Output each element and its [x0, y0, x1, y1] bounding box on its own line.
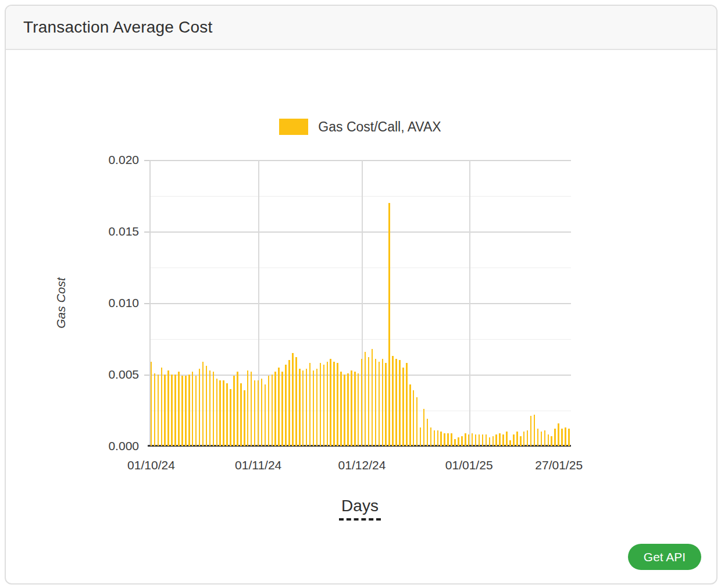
bar[interactable] [247, 370, 249, 446]
bar[interactable] [399, 360, 401, 446]
bar[interactable] [154, 373, 156, 446]
bar[interactable] [544, 430, 546, 446]
bar[interactable] [272, 375, 273, 446]
bar[interactable] [226, 383, 228, 446]
bar[interactable] [278, 368, 280, 446]
bar[interactable] [265, 384, 266, 446]
bar[interactable] [530, 416, 532, 446]
bar[interactable] [554, 429, 556, 446]
bar[interactable] [309, 363, 311, 446]
bar[interactable] [468, 434, 470, 446]
bar[interactable] [354, 372, 356, 446]
bar[interactable] [268, 376, 270, 446]
bar[interactable] [406, 363, 408, 446]
bar[interactable] [372, 349, 373, 446]
bar[interactable] [306, 369, 308, 446]
bar[interactable] [295, 357, 297, 446]
bar[interactable] [292, 353, 294, 446]
bar[interactable] [423, 409, 425, 446]
bar[interactable] [509, 440, 511, 446]
bar[interactable] [233, 376, 235, 446]
bar[interactable] [465, 433, 466, 446]
bar[interactable] [561, 429, 563, 446]
bar[interactable] [548, 434, 549, 446]
bar[interactable] [206, 366, 208, 446]
bar[interactable] [285, 365, 287, 446]
bar[interactable] [258, 380, 259, 446]
bar[interactable] [382, 359, 384, 446]
bar[interactable] [202, 362, 204, 446]
bar[interactable] [375, 359, 377, 446]
bar[interactable] [181, 376, 183, 446]
bar[interactable] [492, 436, 494, 446]
bar[interactable] [454, 439, 456, 446]
bar[interactable] [219, 380, 221, 446]
bar[interactable] [340, 372, 342, 446]
bar[interactable] [413, 390, 415, 446]
bar[interactable] [195, 376, 197, 446]
bar[interactable] [437, 430, 439, 446]
bar[interactable] [167, 370, 169, 446]
bar[interactable] [541, 432, 542, 446]
bar[interactable] [158, 375, 159, 446]
bar[interactable] [274, 372, 276, 446]
bar[interactable] [316, 369, 318, 446]
bar[interactable] [209, 370, 211, 446]
bar[interactable] [237, 372, 238, 446]
bar[interactable] [365, 352, 366, 446]
bar[interactable] [192, 372, 194, 446]
bar[interactable] [495, 434, 497, 446]
bar[interactable] [475, 434, 477, 446]
bar[interactable] [409, 384, 411, 446]
bar[interactable] [178, 372, 180, 446]
bar[interactable] [330, 359, 331, 446]
bar[interactable] [251, 372, 252, 446]
bar[interactable] [523, 432, 525, 446]
bar[interactable] [513, 434, 515, 446]
bar[interactable] [537, 429, 539, 446]
bar[interactable] [337, 363, 338, 446]
bar[interactable] [534, 415, 536, 446]
bar[interactable] [344, 375, 345, 446]
bar[interactable] [451, 433, 452, 446]
bar[interactable] [434, 430, 436, 446]
bar[interactable] [447, 433, 449, 446]
bar[interactable] [440, 432, 442, 446]
bar[interactable] [558, 423, 559, 446]
bar[interactable] [151, 362, 152, 446]
bar[interactable] [472, 433, 473, 446]
bar[interactable] [327, 362, 329, 446]
bar[interactable] [486, 434, 487, 446]
bar[interactable] [185, 376, 187, 446]
bar[interactable] [299, 369, 301, 446]
bar[interactable] [444, 433, 445, 446]
bar[interactable] [240, 383, 242, 446]
bar[interactable] [551, 436, 552, 446]
legend-item-gas-cost[interactable]: Gas Cost/Call, AVAX [279, 119, 441, 135]
bar[interactable] [254, 380, 256, 446]
bar[interactable] [223, 380, 224, 446]
bar[interactable] [261, 379, 263, 446]
bar[interactable] [527, 430, 529, 446]
bar[interactable] [430, 427, 432, 446]
bar[interactable] [230, 389, 231, 446]
bar[interactable] [323, 365, 325, 446]
bar[interactable] [388, 203, 390, 446]
bar[interactable] [213, 372, 215, 446]
bar[interactable] [395, 359, 397, 446]
bar[interactable] [361, 359, 363, 446]
bar[interactable] [379, 362, 380, 446]
bar[interactable] [199, 369, 201, 446]
bar[interactable] [313, 370, 315, 446]
bar[interactable] [482, 434, 484, 446]
bar[interactable] [427, 419, 429, 446]
bar[interactable] [171, 375, 173, 446]
bar[interactable] [164, 375, 166, 446]
bar[interactable] [333, 362, 335, 446]
bar[interactable] [161, 368, 163, 446]
bar[interactable] [479, 434, 480, 446]
bar[interactable] [216, 379, 218, 446]
bar[interactable] [368, 357, 370, 446]
bar[interactable] [461, 436, 463, 446]
bar[interactable] [351, 370, 352, 446]
